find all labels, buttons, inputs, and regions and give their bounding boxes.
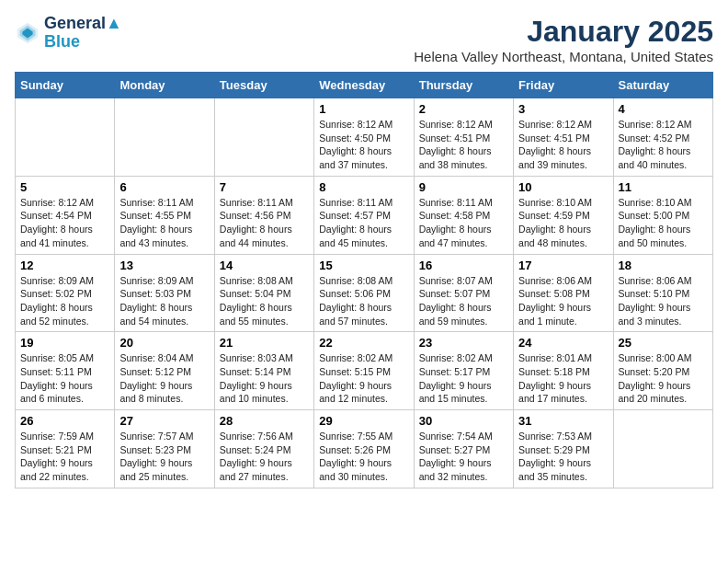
calendar-cell: 1Sunrise: 8:12 AM Sunset: 4:50 PM Daylig… bbox=[314, 98, 414, 177]
page-header: General▲ Blue January 2025 Helena Valley… bbox=[15, 15, 713, 64]
day-info: Sunrise: 8:07 AM Sunset: 5:07 PM Dayligh… bbox=[419, 274, 508, 328]
calendar-cell: 9Sunrise: 8:11 AM Sunset: 4:58 PM Daylig… bbox=[414, 176, 513, 254]
calendar-cell: 24Sunrise: 8:01 AM Sunset: 5:18 PM Dayli… bbox=[514, 332, 613, 410]
day-info: Sunrise: 8:01 AM Sunset: 5:18 PM Dayligh… bbox=[518, 351, 608, 406]
day-info: Sunrise: 8:11 AM Sunset: 4:57 PM Dayligh… bbox=[319, 196, 408, 250]
day-number: 24 bbox=[518, 336, 608, 350]
day-info: Sunrise: 8:12 AM Sunset: 4:51 PM Dayligh… bbox=[518, 118, 608, 172]
calendar-cell: 27Sunrise: 7:57 AM Sunset: 5:23 PM Dayli… bbox=[115, 410, 214, 488]
day-info: Sunrise: 8:12 AM Sunset: 4:52 PM Dayligh… bbox=[619, 118, 708, 172]
week-row-4: 26Sunrise: 7:59 AM Sunset: 5:21 PM Dayli… bbox=[16, 410, 713, 488]
calendar-cell: 5Sunrise: 8:12 AM Sunset: 4:54 PM Daylig… bbox=[16, 176, 115, 254]
calendar-cell: 18Sunrise: 8:06 AM Sunset: 5:10 PM Dayli… bbox=[613, 254, 712, 332]
day-info: Sunrise: 8:05 AM Sunset: 5:11 PM Dayligh… bbox=[20, 351, 109, 406]
day-info: Sunrise: 8:12 AM Sunset: 4:51 PM Dayligh… bbox=[419, 118, 508, 172]
day-info: Sunrise: 8:10 AM Sunset: 5:00 PM Dayligh… bbox=[619, 196, 708, 250]
day-number: 8 bbox=[319, 180, 408, 194]
calendar-cell: 14Sunrise: 8:08 AM Sunset: 5:04 PM Dayli… bbox=[214, 254, 313, 332]
day-number: 26 bbox=[20, 414, 109, 428]
week-row-2: 12Sunrise: 8:09 AM Sunset: 5:02 PM Dayli… bbox=[16, 254, 713, 332]
day-info: Sunrise: 8:02 AM Sunset: 5:17 PM Dayligh… bbox=[419, 351, 508, 406]
calendar-cell: 21Sunrise: 8:03 AM Sunset: 5:14 PM Dayli… bbox=[214, 332, 313, 410]
calendar-cell bbox=[214, 98, 313, 177]
calendar-body: 1Sunrise: 8:12 AM Sunset: 4:50 PM Daylig… bbox=[16, 98, 713, 488]
calendar-cell: 8Sunrise: 8:11 AM Sunset: 4:57 PM Daylig… bbox=[314, 176, 414, 254]
day-number: 15 bbox=[319, 259, 408, 272]
month-title: January 2025 bbox=[414, 15, 713, 49]
calendar-cell: 25Sunrise: 8:00 AM Sunset: 5:20 PM Dayli… bbox=[613, 332, 712, 410]
day-number: 14 bbox=[220, 259, 309, 272]
week-row-0: 1Sunrise: 8:12 AM Sunset: 4:50 PM Daylig… bbox=[16, 98, 713, 177]
day-number: 12 bbox=[20, 259, 109, 272]
calendar-cell: 17Sunrise: 8:06 AM Sunset: 5:08 PM Dayli… bbox=[514, 254, 613, 332]
day-number: 19 bbox=[20, 336, 109, 350]
day-info: Sunrise: 8:08 AM Sunset: 5:06 PM Dayligh… bbox=[319, 274, 408, 328]
week-row-1: 5Sunrise: 8:12 AM Sunset: 4:54 PM Daylig… bbox=[16, 176, 713, 254]
calendar-cell: 19Sunrise: 8:05 AM Sunset: 5:11 PM Dayli… bbox=[16, 332, 115, 410]
day-info: Sunrise: 8:09 AM Sunset: 5:03 PM Dayligh… bbox=[119, 274, 209, 328]
day-info: Sunrise: 8:10 AM Sunset: 4:59 PM Dayligh… bbox=[518, 196, 608, 250]
day-number: 31 bbox=[518, 414, 608, 428]
day-number: 9 bbox=[419, 180, 508, 194]
calendar-cell bbox=[16, 98, 115, 177]
weekday-header-row: SundayMondayTuesdayWednesdayThursdayFrid… bbox=[16, 73, 713, 98]
day-number: 7 bbox=[220, 180, 309, 194]
day-number: 30 bbox=[419, 414, 508, 428]
day-number: 16 bbox=[419, 259, 508, 272]
calendar-cell: 29Sunrise: 7:55 AM Sunset: 5:26 PM Dayli… bbox=[314, 410, 414, 488]
day-info: Sunrise: 8:11 AM Sunset: 4:55 PM Dayligh… bbox=[119, 196, 209, 250]
weekday-header-saturday: Saturday bbox=[613, 73, 712, 98]
day-number: 11 bbox=[619, 180, 708, 194]
calendar-cell: 2Sunrise: 8:12 AM Sunset: 4:51 PM Daylig… bbox=[414, 98, 513, 177]
day-number: 25 bbox=[619, 336, 708, 350]
weekday-header-monday: Monday bbox=[115, 73, 214, 98]
calendar-cell: 28Sunrise: 7:56 AM Sunset: 5:24 PM Dayli… bbox=[214, 410, 313, 488]
calendar-cell: 10Sunrise: 8:10 AM Sunset: 4:59 PM Dayli… bbox=[514, 176, 613, 254]
day-info: Sunrise: 8:03 AM Sunset: 5:14 PM Dayligh… bbox=[220, 351, 309, 406]
day-info: Sunrise: 8:12 AM Sunset: 4:50 PM Dayligh… bbox=[319, 118, 408, 172]
weekday-header-thursday: Thursday bbox=[414, 73, 513, 98]
day-info: Sunrise: 7:57 AM Sunset: 5:23 PM Dayligh… bbox=[119, 430, 209, 484]
weekday-header-sunday: Sunday bbox=[16, 73, 115, 98]
day-info: Sunrise: 8:11 AM Sunset: 4:58 PM Dayligh… bbox=[419, 196, 508, 250]
weekday-header-tuesday: Tuesday bbox=[214, 73, 313, 98]
calendar-cell: 12Sunrise: 8:09 AM Sunset: 5:02 PM Dayli… bbox=[16, 254, 115, 332]
day-number: 27 bbox=[119, 414, 209, 428]
calendar-cell: 20Sunrise: 8:04 AM Sunset: 5:12 PM Dayli… bbox=[115, 332, 214, 410]
day-number: 28 bbox=[220, 414, 309, 428]
logo-text: General▲ Blue bbox=[44, 15, 122, 52]
day-number: 29 bbox=[319, 414, 408, 428]
day-number: 22 bbox=[319, 336, 408, 350]
day-info: Sunrise: 7:54 AM Sunset: 5:27 PM Dayligh… bbox=[419, 430, 508, 484]
logo: General▲ Blue bbox=[15, 15, 122, 52]
week-row-3: 19Sunrise: 8:05 AM Sunset: 5:11 PM Dayli… bbox=[16, 332, 713, 410]
calendar-cell: 26Sunrise: 7:59 AM Sunset: 5:21 PM Dayli… bbox=[16, 410, 115, 488]
calendar-cell: 3Sunrise: 8:12 AM Sunset: 4:51 PM Daylig… bbox=[514, 98, 613, 177]
day-info: Sunrise: 7:56 AM Sunset: 5:24 PM Dayligh… bbox=[220, 430, 309, 484]
title-block: January 2025 Helena Valley Northeast, Mo… bbox=[414, 15, 713, 64]
weekday-header-friday: Friday bbox=[514, 73, 613, 98]
calendar-cell: 22Sunrise: 8:02 AM Sunset: 5:15 PM Dayli… bbox=[314, 332, 414, 410]
day-number: 4 bbox=[619, 102, 708, 116]
calendar-cell: 4Sunrise: 8:12 AM Sunset: 4:52 PM Daylig… bbox=[613, 98, 712, 177]
day-info: Sunrise: 8:02 AM Sunset: 5:15 PM Dayligh… bbox=[319, 351, 408, 406]
day-info: Sunrise: 8:08 AM Sunset: 5:04 PM Dayligh… bbox=[220, 274, 309, 328]
day-info: Sunrise: 7:53 AM Sunset: 5:29 PM Dayligh… bbox=[518, 430, 608, 484]
day-info: Sunrise: 7:55 AM Sunset: 5:26 PM Dayligh… bbox=[319, 430, 408, 484]
calendar-cell: 13Sunrise: 8:09 AM Sunset: 5:03 PM Dayli… bbox=[115, 254, 214, 332]
calendar-cell bbox=[115, 98, 214, 177]
day-number: 17 bbox=[518, 259, 608, 272]
day-info: Sunrise: 8:06 AM Sunset: 5:10 PM Dayligh… bbox=[619, 274, 708, 328]
calendar-cell: 6Sunrise: 8:11 AM Sunset: 4:55 PM Daylig… bbox=[115, 176, 214, 254]
day-info: Sunrise: 8:11 AM Sunset: 4:56 PM Dayligh… bbox=[220, 196, 309, 250]
day-info: Sunrise: 8:09 AM Sunset: 5:02 PM Dayligh… bbox=[20, 274, 109, 328]
weekday-header-wednesday: Wednesday bbox=[314, 73, 414, 98]
calendar-cell: 16Sunrise: 8:07 AM Sunset: 5:07 PM Dayli… bbox=[414, 254, 513, 332]
calendar-table: SundayMondayTuesdayWednesdayThursdayFrid… bbox=[15, 72, 713, 488]
day-info: Sunrise: 8:12 AM Sunset: 4:54 PM Dayligh… bbox=[20, 196, 109, 250]
calendar-cell: 30Sunrise: 7:54 AM Sunset: 5:27 PM Dayli… bbox=[414, 410, 513, 488]
logo-icon bbox=[15, 20, 40, 46]
calendar-cell bbox=[613, 410, 712, 488]
day-info: Sunrise: 7:59 AM Sunset: 5:21 PM Dayligh… bbox=[20, 430, 109, 484]
calendar-cell: 31Sunrise: 7:53 AM Sunset: 5:29 PM Dayli… bbox=[514, 410, 613, 488]
